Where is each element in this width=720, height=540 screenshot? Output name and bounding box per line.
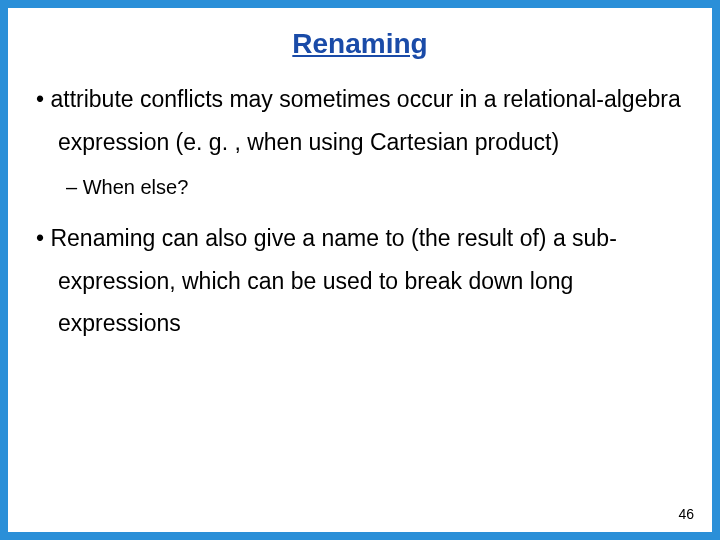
bullet-text: attribute conflicts may sometimes occur … <box>50 86 680 155</box>
bullet-text: When else? <box>83 176 189 198</box>
slide-title: Renaming <box>8 8 712 78</box>
bullet-item: attribute conflicts may sometimes occur … <box>36 78 684 163</box>
page-number: 46 <box>678 506 694 522</box>
bullet-sub-item: When else? <box>66 171 684 203</box>
bullet-text: Renaming can also give a name to (the re… <box>50 225 616 336</box>
slide-content: attribute conflicts may sometimes occur … <box>8 78 712 345</box>
bullet-item: Renaming can also give a name to (the re… <box>36 217 684 345</box>
slide-container: Renaming attribute conflicts may sometim… <box>8 8 712 532</box>
